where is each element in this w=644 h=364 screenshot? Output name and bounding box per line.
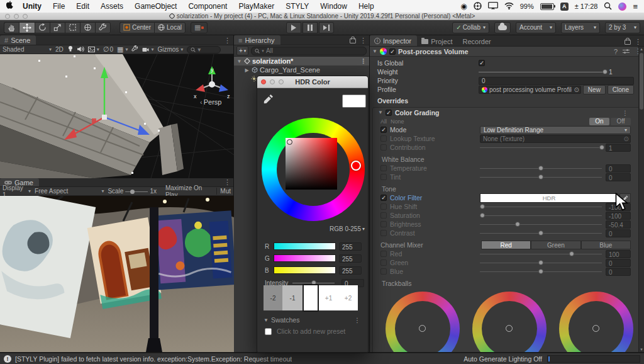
mode-override-checkbox[interactable]: ✓ (380, 127, 387, 133)
mixer-blue-override-checkbox[interactable] (380, 268, 387, 275)
exposure-plus2-swatch[interactable]: +2 (338, 285, 358, 310)
play-button[interactable] (286, 22, 301, 33)
cg-all-button[interactable]: All (380, 118, 387, 125)
hierarchy-search-input[interactable]: ▾ All (251, 47, 367, 55)
blue-channel-value[interactable]: 255 (339, 266, 362, 275)
saturation-value-square[interactable] (286, 138, 337, 190)
mixer-green-value[interactable]: 0 (606, 259, 631, 267)
menu-file[interactable]: File (47, 2, 70, 11)
scene-grid-dropdown[interactable]: ▦▾ (117, 45, 128, 54)
scene-audio-icon[interactable] (77, 46, 84, 54)
profile-object-field[interactable]: post processing volume Profile (F ⊙ (479, 86, 581, 94)
temperature-value[interactable]: 0 (606, 164, 631, 173)
postprocess-volume-header[interactable]: ▼ ✓ Post-process Volume ? ⋮ (370, 47, 644, 57)
apple-menu-icon[interactable] (6, 1, 14, 12)
collab-dropdown[interactable]: ✓Collab▾ (452, 22, 489, 33)
space-toggle-button[interactable]: Local (154, 22, 186, 33)
presets-icon[interactable] (623, 48, 630, 54)
color-filter-swatch[interactable]: HDR (480, 193, 618, 203)
green-channel-slider[interactable] (274, 254, 336, 262)
notification-center-icon[interactable]: ≡ (633, 2, 638, 11)
tint-slider[interactable] (480, 173, 602, 181)
scene-visibility-toggle[interactable]: ∅0 (103, 45, 113, 54)
is-global-checkbox[interactable]: ✓ (479, 60, 485, 66)
cg-none-button[interactable]: None (391, 118, 404, 125)
tab-recorder[interactable]: Recorder (458, 37, 497, 46)
inspector-lock-icon[interactable] (625, 40, 631, 45)
brightness-value[interactable]: -50.4 (606, 220, 631, 229)
lookup-override-checkbox[interactable] (380, 135, 387, 142)
current-color-swatch[interactable] (342, 94, 366, 108)
green-channel-value[interactable]: 255 (339, 254, 362, 263)
scene-effects-dropdown[interactable]: ▾ (88, 47, 99, 52)
mixer-red-override-checkbox[interactable] (380, 251, 387, 257)
trackball-lift[interactable] (386, 292, 460, 353)
tab-hierarchy[interactable]: ≡Hierarchy (234, 35, 280, 45)
sv-picker-knob[interactable] (287, 139, 292, 145)
persp-label[interactable]: ‹Persp (200, 98, 221, 106)
record-status-icon[interactable]: ◉ (460, 2, 467, 11)
channel-blue-button[interactable]: Blue (581, 241, 631, 249)
object-picker-icon[interactable]: ⊙ (574, 86, 579, 94)
menu-gameobject[interactable]: GameObject (129, 2, 182, 11)
brightness-slider[interactable] (480, 220, 602, 228)
contrast-slider[interactable] (480, 229, 602, 237)
auto-generate-lighting-toggle[interactable]: Auto Generate Lighting Off (464, 355, 542, 363)
display-mirroring-icon[interactable] (488, 2, 498, 11)
add-preset-row[interactable]: Click to add new preset (265, 327, 345, 335)
cg-kebab[interactable]: ⋮ (619, 109, 631, 117)
trackball-gain[interactable] (559, 292, 633, 353)
console-warning-icon[interactable]: ! (4, 355, 11, 363)
mixer-green-slider[interactable] (480, 259, 602, 266)
hierarchy-item-cargo-yard-scene[interactable]: ▶ Cargo_Yard_Scene (234, 65, 369, 74)
scale-slider[interactable]: Scale 1x (108, 188, 157, 195)
hierarchy-scene-row[interactable]: ▼ solarization* ⋮ (234, 57, 369, 65)
siri-icon[interactable] (618, 3, 626, 11)
custom-tool-button[interactable] (95, 22, 111, 33)
scene-menu-kebab[interactable]: ⋮ (221, 37, 233, 45)
inspector-menu-kebab[interactable]: ⋮ (635, 38, 641, 46)
priority-field[interactable]: 0 (479, 77, 634, 85)
foldout-closed-icon[interactable]: ▶ (244, 67, 250, 73)
channel-green-button[interactable]: Green (531, 241, 580, 249)
scene-lighting-icon[interactable] (67, 45, 74, 54)
cg-on-button[interactable]: On (589, 118, 609, 125)
mode-dropdown[interactable]: Low Definition Range▾ (480, 126, 631, 134)
exposure-current-swatch[interactable] (303, 284, 319, 312)
trackball-gamma[interactable] (472, 292, 547, 353)
menu-assets[interactable]: Assets (95, 2, 129, 11)
scene-viewport[interactable]: y x z ‹Persp (0, 54, 234, 178)
draw-mode-dropdown[interactable]: Shaded▾ (3, 46, 52, 53)
account-dropdown[interactable]: Account▾ (516, 22, 556, 33)
pivot-toggle-button[interactable]: Center (119, 22, 154, 33)
menu-edit[interactable]: Edit (70, 2, 95, 11)
wifi-icon[interactable] (504, 3, 514, 11)
hue-shift-value[interactable]: -180 (606, 203, 631, 211)
weight-slider[interactable] (479, 68, 605, 76)
hdr-window-titlebar[interactable]: HDR Color (257, 76, 368, 88)
gizmos-dropdown[interactable]: Gizmos▾ (157, 46, 183, 53)
mixer-red-slider[interactable] (480, 250, 602, 258)
component-enabled-checkbox[interactable]: ✓ (389, 48, 396, 55)
inspector-scrollbar[interactable]: ▲ ▼ (638, 47, 644, 352)
exposure-minus1-swatch[interactable]: -1 (282, 285, 303, 310)
pause-button[interactable] (303, 22, 318, 33)
tab-scene[interactable]: #Scene (0, 35, 36, 45)
status-message[interactable]: [STYLY Plugin] failed to fetch latest ve… (15, 355, 292, 363)
menu-component[interactable]: Component (182, 2, 233, 11)
contribution-slider[interactable] (480, 144, 602, 151)
tab-project[interactable]: Project (417, 37, 458, 46)
layers-dropdown[interactable]: Layers▾ (561, 22, 600, 33)
menu-styly[interactable]: STYLY (280, 2, 314, 11)
mixer-red-value[interactable]: 100 (606, 250, 631, 258)
hand-tool-button[interactable] (4, 22, 19, 33)
red-channel-slider[interactable] (274, 242, 336, 250)
swatches-foldout[interactable]: ▼ Swatches ⋮ (264, 316, 363, 324)
rotate-tool-button[interactable] (35, 22, 50, 33)
channel-red-button[interactable]: Red (481, 241, 531, 249)
profile-new-button[interactable]: New (583, 85, 606, 94)
brightness-override-checkbox[interactable] (380, 221, 387, 227)
contribution-value[interactable]: 1 (606, 144, 631, 152)
hierarchy-create-button[interactable]: +▾ (236, 46, 248, 55)
temperature-override-checkbox[interactable] (380, 165, 387, 171)
